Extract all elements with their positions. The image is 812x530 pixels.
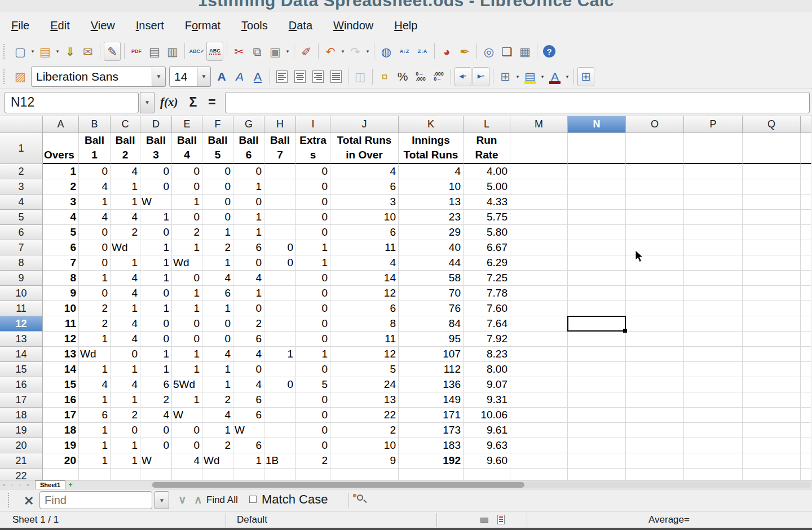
cell-B3[interactable]: 4 — [79, 179, 111, 195]
help-icon[interactable]: ? — [541, 42, 558, 61]
font-size-value[interactable]: 14 — [169, 67, 197, 87]
cell-Q17[interactable] — [743, 392, 801, 408]
cell-H8[interactable]: 0 — [264, 255, 296, 271]
cell-H13[interactable] — [264, 332, 296, 347]
cell-J4[interactable]: 3 — [330, 195, 399, 210]
cell-D6[interactable]: 0 — [140, 225, 172, 240]
cell-E13[interactable]: 0 — [172, 332, 202, 347]
cell-E5[interactable]: 0 — [172, 210, 202, 225]
cell-B4[interactable]: 1 — [79, 195, 111, 210]
header-cell-K1[interactable]: Innings Total Runs — [399, 133, 464, 164]
cell-H21[interactable]: 1B — [264, 453, 296, 469]
align-left-icon[interactable] — [273, 67, 290, 86]
cell-I20[interactable]: 0 — [296, 438, 330, 453]
cell-H6[interactable] — [264, 225, 296, 240]
cell-A5[interactable]: 4 — [43, 210, 79, 225]
cell-L4[interactable]: 4.33 — [464, 195, 510, 210]
cell-J11[interactable]: 6 — [330, 301, 399, 316]
cell-I19[interactable]: 0 — [296, 423, 330, 438]
cell-J20[interactable]: 10 — [330, 438, 399, 453]
cell-D3[interactable]: 0 — [140, 179, 172, 195]
menu-file[interactable]: File — [11, 17, 40, 34]
cell-P13[interactable] — [684, 332, 743, 347]
cell-E11[interactable]: 1 — [172, 301, 202, 316]
cell-L11[interactable]: 7.60 — [464, 301, 510, 316]
cell-F18[interactable]: 4 — [202, 408, 233, 423]
name-box[interactable]: N12 — [5, 92, 139, 113]
next-sheet-icon[interactable]: › — [16, 481, 24, 488]
cell-N19[interactable] — [568, 423, 626, 438]
row-header-3[interactable]: 3 — [0, 179, 43, 195]
cell-P10[interactable] — [684, 286, 743, 301]
cell-B8[interactable]: 0 — [79, 255, 111, 271]
cell-K10[interactable]: 70 — [399, 286, 464, 301]
percent-icon[interactable]: % — [394, 67, 411, 86]
cell-B14[interactable]: Wd — [79, 347, 111, 362]
column-header-N[interactable]: N — [568, 116, 626, 133]
underline-icon[interactable]: A — [249, 67, 266, 86]
cell-G22[interactable] — [233, 469, 264, 480]
cell-Q3[interactable] — [743, 179, 801, 195]
document-modified-icon[interactable] — [497, 515, 505, 524]
cell-D16[interactable]: 6 — [140, 377, 172, 392]
cell-partial19[interactable] — [801, 423, 811, 438]
cell-A12[interactable]: 11 — [43, 316, 79, 332]
cell-M22[interactable] — [510, 469, 568, 480]
header-cell-Q1[interactable] — [743, 133, 801, 164]
cell-E21[interactable]: 4 — [172, 453, 202, 469]
cell-F10[interactable]: 6 — [202, 286, 233, 301]
cell-N7[interactable] — [568, 240, 626, 255]
cell-B10[interactable]: 0 — [79, 286, 111, 301]
cell-L12[interactable]: 7.64 — [464, 316, 510, 332]
align-center-icon[interactable] — [292, 67, 308, 86]
cell-partial8[interactable] — [801, 255, 811, 271]
header-cell-G1[interactable]: Ball 6 — [233, 133, 264, 164]
cell-Q21[interactable] — [743, 453, 801, 469]
paste-icon[interactable]: ▣ — [267, 42, 284, 61]
cell-K17[interactable]: 149 — [399, 392, 464, 408]
menu-help[interactable]: Help — [394, 17, 428, 34]
insert-chart-icon[interactable]: ◕ — [438, 42, 455, 61]
print-icon[interactable]: ▤ — [146, 42, 163, 61]
auto-spellcheck-icon[interactable]: ABC — [206, 42, 223, 61]
cell-Q14[interactable] — [743, 347, 801, 362]
row-header-15[interactable]: 15 — [0, 362, 43, 377]
cell-L7[interactable]: 6.67 — [464, 240, 510, 255]
spelling-icon[interactable]: ABC✓ — [188, 42, 205, 61]
cell-M13[interactable] — [510, 332, 568, 347]
cell-partial15[interactable] — [801, 362, 811, 377]
undo-icon[interactable]: ↶ — [322, 42, 339, 61]
row-header-8[interactable]: 8 — [0, 255, 43, 271]
row-header-1[interactable]: 1 — [0, 133, 43, 164]
cell-O19[interactable] — [626, 423, 684, 438]
cell-O12[interactable] — [626, 316, 684, 332]
cell-E2[interactable]: 0 — [172, 164, 202, 179]
cell-C17[interactable]: 1 — [111, 392, 140, 408]
cell-N16[interactable] — [568, 377, 626, 392]
cell-E22[interactable] — [172, 469, 202, 480]
cell-M18[interactable] — [510, 408, 568, 423]
italic-icon[interactable]: A — [231, 67, 248, 86]
column-header-I[interactable]: I — [296, 116, 330, 133]
cell-K6[interactable]: 29 — [399, 225, 464, 240]
row-header-10[interactable]: 10 — [0, 286, 43, 301]
cell-O9[interactable] — [626, 271, 684, 286]
toolbar-grip[interactable] — [8, 493, 12, 507]
cell-H11[interactable] — [264, 301, 296, 316]
cell-L5[interactable]: 5.75 — [464, 210, 510, 225]
header-cell-O1[interactable] — [626, 133, 684, 164]
cell-C9[interactable]: 4 — [111, 271, 140, 286]
cell-K9[interactable]: 58 — [399, 271, 464, 286]
cell-F20[interactable]: 2 — [202, 438, 233, 453]
toolbar-grip[interactable] — [3, 69, 8, 84]
cell-I5[interactable]: 0 — [296, 210, 330, 225]
cell-E17[interactable]: 1 — [172, 392, 202, 408]
cell-G11[interactable]: 0 — [233, 301, 264, 316]
cell-N17[interactable] — [568, 392, 626, 408]
menu-edit[interactable]: Edit — [50, 17, 80, 34]
cell-G6[interactable]: 1 — [233, 225, 264, 240]
borders-icon[interactable]: ⊞ — [497, 67, 514, 86]
cell-F2[interactable]: 0 — [202, 164, 233, 179]
cell-G21[interactable]: 1 — [233, 453, 264, 469]
cell-H10[interactable] — [264, 286, 296, 301]
